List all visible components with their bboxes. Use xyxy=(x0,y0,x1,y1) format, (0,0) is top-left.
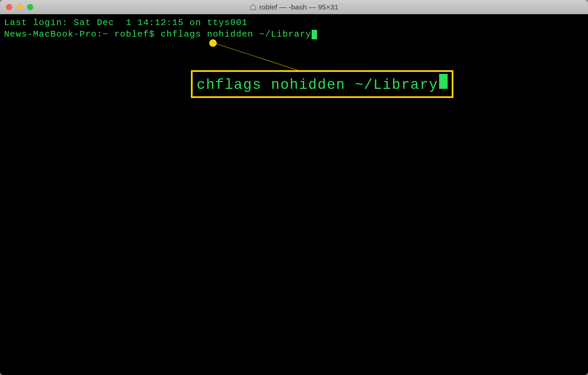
command-text: chflags nohidden ~/Library xyxy=(161,29,312,39)
last-login-line: Last login: Sat Dec 1 14:12:15 on ttys00… xyxy=(4,17,584,28)
window-controls xyxy=(6,4,33,10)
cursor-icon xyxy=(312,30,317,39)
terminal-body[interactable]: Last login: Sat Dec 1 14:12:15 on ttys00… xyxy=(0,14,588,375)
prompt-line: News-MacBook-Pro:~ roblef$ chflags nohid… xyxy=(4,28,584,40)
home-icon xyxy=(250,4,256,11)
window-title: roblef — -bash — 95×31 xyxy=(259,3,338,11)
callout-magnifier: chflags nohidden ~/Library xyxy=(191,70,453,98)
minimize-button[interactable] xyxy=(17,4,23,10)
maximize-button[interactable] xyxy=(27,4,33,10)
callout-text: chflags nohidden ~/Library xyxy=(197,77,438,96)
window-title-wrap: roblef — -bash — 95×31 xyxy=(250,3,338,11)
terminal-window: roblef — -bash — 95×31 Last login: Sat D… xyxy=(0,0,588,375)
svg-rect-0 xyxy=(252,7,253,9)
prompt-text: News-MacBook-Pro:~ roblef$ xyxy=(4,29,161,39)
window-titlebar[interactable]: roblef — -bash — 95×31 xyxy=(0,0,588,14)
close-button[interactable] xyxy=(6,4,12,10)
callout-cursor-icon xyxy=(439,74,448,89)
